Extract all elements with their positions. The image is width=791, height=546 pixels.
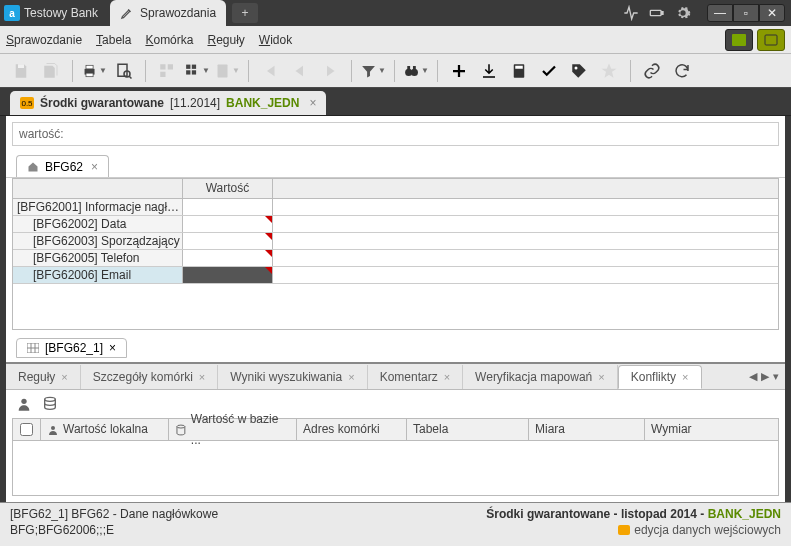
link-button[interactable] xyxy=(639,58,665,84)
bottom-tab-weryfikacja-mapowań[interactable]: Weryfikacja mapowań× xyxy=(463,365,618,389)
bottom-tab-konflikty[interactable]: Konflikty× xyxy=(618,365,702,389)
tabs-next-icon[interactable]: ▶ xyxy=(761,370,769,383)
doc-title: Środki gwarantowane xyxy=(40,96,164,110)
menu-widok[interactable]: Widok xyxy=(259,33,292,47)
col-db-value[interactable]: Wartość w bazie ... xyxy=(169,419,297,440)
svg-rect-4 xyxy=(18,64,24,68)
svg-rect-21 xyxy=(413,66,416,70)
menu-reguly[interactable]: Reguły xyxy=(207,33,244,47)
filter-button[interactable]: ▼ xyxy=(360,58,386,84)
svg-rect-7 xyxy=(86,73,93,77)
grid-icon xyxy=(27,343,39,353)
activity-icon[interactable] xyxy=(623,5,639,21)
bottom-tab-szczegóły-komórki[interactable]: Szczegóły komórki× xyxy=(81,365,218,389)
svg-rect-23 xyxy=(515,65,523,68)
doc-bank: BANK_JEDN xyxy=(226,96,299,110)
row-header[interactable]: [BFG62003] Sporządzający xyxy=(13,233,183,249)
svg-point-28 xyxy=(51,426,55,430)
menu-tabela[interactable]: Tabela xyxy=(96,33,131,47)
maximize-button[interactable]: ▫ xyxy=(733,4,759,22)
close-icon[interactable]: × xyxy=(682,371,688,383)
row-header[interactable]: [BFG62006] Email xyxy=(13,267,183,283)
tabs-prev-icon[interactable]: ◀ xyxy=(749,370,757,383)
statusbar: [BFG62_1] BFG62 - Dane nagłówkowe BFG;BF… xyxy=(0,502,791,546)
bottom-tab-wyniki-wyszukiwania[interactable]: Wyniki wyszukiwania× xyxy=(218,365,367,389)
close-button[interactable]: ✕ xyxy=(759,4,785,22)
svg-rect-20 xyxy=(407,66,410,70)
status-cell-ref: BFG;BFG62006;;;E xyxy=(10,523,218,537)
add-button[interactable] xyxy=(446,58,472,84)
close-icon[interactable]: × xyxy=(61,371,67,383)
value-input[interactable] xyxy=(70,123,778,145)
col-dimension[interactable]: Wymiar xyxy=(645,419,778,440)
col-local-value[interactable]: Wartość lokalna xyxy=(41,419,169,440)
menu-sprawozdanie[interactable]: Sprawozdanie xyxy=(6,33,82,47)
table-row[interactable]: [BFG62001] Informacje nagłó... xyxy=(13,199,778,216)
bottom-tab-komentarz[interactable]: Komentarz× xyxy=(368,365,463,389)
user-icon[interactable] xyxy=(16,396,32,412)
doc-close-icon[interactable]: × xyxy=(309,96,316,110)
gear-icon[interactable] xyxy=(675,5,691,21)
sheet-tab[interactable]: BFG62 × xyxy=(16,155,109,177)
calculator-button[interactable] xyxy=(506,58,532,84)
save-all-button xyxy=(38,58,64,84)
svg-rect-1 xyxy=(662,12,663,15)
svg-rect-2 xyxy=(732,34,746,46)
cell[interactable] xyxy=(183,267,273,283)
binoculars-button[interactable]: ▼ xyxy=(403,58,429,84)
row-header[interactable]: [BFG62001] Informacje nagłó... xyxy=(13,199,183,215)
table-row[interactable]: [BFG62003] Sporządzający xyxy=(13,233,778,250)
cell[interactable] xyxy=(183,216,273,232)
cell[interactable] xyxy=(183,233,273,249)
document-tab[interactable]: 0.5 Środki gwarantowane [11.2014] BANK_J… xyxy=(10,91,326,115)
row-header[interactable]: [BFG62002] Data xyxy=(13,216,183,232)
svg-rect-3 xyxy=(765,35,777,45)
manage-button[interactable]: ▼ xyxy=(184,58,210,84)
view-mode-full[interactable] xyxy=(757,29,785,51)
svg-rect-16 xyxy=(192,70,196,74)
tabs-menu-icon[interactable]: ▾ xyxy=(773,370,779,383)
col-checkbox[interactable] xyxy=(13,419,41,440)
new-tab-button[interactable]: + xyxy=(232,3,258,23)
close-icon[interactable]: × xyxy=(348,371,354,383)
table-row[interactable]: [BFG62005] Telefon xyxy=(13,250,778,267)
preview-button[interactable] xyxy=(111,58,137,84)
svg-point-24 xyxy=(575,66,578,69)
doc-period: [11.2014] xyxy=(170,96,220,110)
bottom-tabs: Reguły×Szczegóły komórki×Wyniki wyszukiw… xyxy=(6,364,785,390)
mode-badge-icon xyxy=(618,525,630,535)
database-icon[interactable] xyxy=(42,396,58,412)
close-icon[interactable]: × xyxy=(444,371,450,383)
download-button[interactable] xyxy=(476,58,502,84)
tag-button[interactable] xyxy=(566,58,592,84)
svg-rect-12 xyxy=(160,71,165,76)
close-icon[interactable]: × xyxy=(199,371,205,383)
svg-rect-0 xyxy=(650,10,661,15)
menu-komorka[interactable]: Komórka xyxy=(145,33,193,47)
col-header[interactable]: Wartość xyxy=(183,179,273,198)
view-mode-compact[interactable] xyxy=(725,29,753,51)
col-table[interactable]: Tabela xyxy=(407,419,529,440)
col-measure[interactable]: Miara xyxy=(529,419,645,440)
mini-tab[interactable]: [BFG62_1] × xyxy=(16,338,127,358)
table-row[interactable]: [BFG62006] Email xyxy=(13,267,778,284)
title-tab-reports[interactable]: Sprawozdania xyxy=(110,0,226,26)
print-button[interactable]: ▼ xyxy=(81,58,107,84)
check-button[interactable] xyxy=(536,58,562,84)
row-header[interactable]: [BFG62005] Telefon xyxy=(13,250,183,266)
cells-button xyxy=(154,58,180,84)
cell[interactable] xyxy=(183,199,273,215)
minimize-button[interactable]: — xyxy=(707,4,733,22)
menubar: Sprawozdanie Tabela Komórka Reguły Widok xyxy=(0,26,791,54)
refresh-button[interactable] xyxy=(669,58,695,84)
close-icon[interactable]: × xyxy=(598,371,604,383)
mini-tab-close-icon[interactable]: × xyxy=(109,341,116,355)
grid[interactable]: Wartość [BFG62001] Informacje nagłó...[B… xyxy=(12,178,779,330)
table-row[interactable]: [BFG62002] Data xyxy=(13,216,778,233)
sheet-close-icon[interactable]: × xyxy=(91,160,98,174)
cell[interactable] xyxy=(183,250,273,266)
titlebar: a Testowy Bank Sprawozdania + — ▫ ✕ xyxy=(0,0,791,26)
col-cell-address[interactable]: Adres komórki xyxy=(297,419,407,440)
battery-icon[interactable] xyxy=(649,5,665,21)
bottom-tab-reguły[interactable]: Reguły× xyxy=(6,365,81,389)
